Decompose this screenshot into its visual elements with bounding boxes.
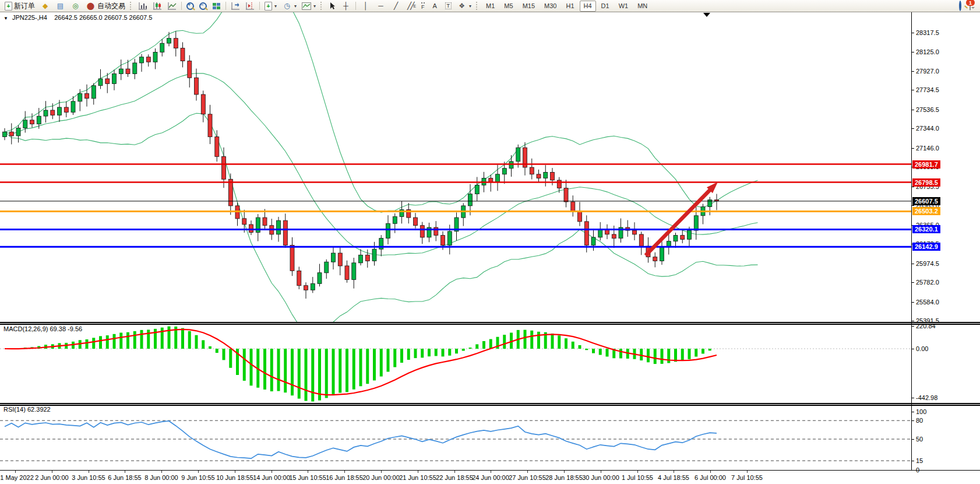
signals-button[interactable]: ◎: [68, 1, 83, 11]
diamond-icon: ◆: [40, 2, 50, 10]
time-label: 9 Jun 10:55: [181, 474, 215, 481]
auto-trading-button[interactable]: ⬤ 自动交易: [83, 1, 128, 11]
candle: [3, 132, 7, 136]
candle: [181, 48, 185, 61]
time-tick: [564, 471, 565, 473]
candle: [372, 249, 376, 261]
candle: [37, 116, 41, 124]
crosshair-button[interactable]: ┼: [339, 1, 353, 11]
timeframe-button-W1[interactable]: W1: [615, 1, 633, 12]
candle: [9, 132, 13, 136]
candle: [365, 255, 369, 261]
candle: [277, 220, 281, 234]
candle: [112, 74, 117, 84]
time-label: 3 Jun 10:55: [72, 474, 105, 481]
add-indicator-button[interactable]: +▾: [262, 1, 279, 11]
data-window-button[interactable]: ▤: [53, 1, 68, 11]
price-badge: 26320.1: [912, 225, 940, 233]
new-order-button[interactable]: + 新订单: [2, 1, 37, 11]
candle: [660, 247, 664, 261]
macd-axis-tick: -442.98: [912, 394, 937, 401]
toolbar-grip: [320, 2, 324, 10]
chat-button[interactable]: 1: [970, 2, 971, 10]
candle: [537, 174, 541, 178]
rsi-axis-tick: 50: [912, 436, 923, 443]
time-tick: [601, 471, 601, 473]
period-selector-button[interactable]: ◷▾: [280, 1, 299, 11]
time-tick: [198, 471, 199, 473]
timeframe-button-H1[interactable]: H1: [562, 1, 578, 12]
chart-shift-button[interactable]: [243, 1, 257, 11]
horizontal-lines[interactable]: [0, 164, 911, 247]
time-label: 8 Jun 00:00: [144, 474, 178, 481]
candle: [325, 262, 329, 273]
toolbar: + 新订单 ◆ ▤ ◎ ⬤ 自动交易: [0, 0, 980, 12]
timeframe-button-D1[interactable]: D1: [597, 1, 614, 12]
tile-windows-button[interactable]: [210, 1, 223, 11]
equidistant-channel-button[interactable]: ╱╱E: [404, 1, 418, 11]
chart-shift-marker[interactable]: [703, 13, 710, 17]
timeframe-button-M1[interactable]: M1: [482, 1, 499, 12]
candle: [51, 110, 55, 115]
time-label: 6 Jun 18:55: [108, 474, 142, 481]
candle: [188, 61, 192, 78]
time-label: 14 Jun 00:00: [253, 474, 290, 481]
chart-symbols-button[interactable]: ◆: [38, 1, 52, 11]
price-axis[interactable]: 28317.528125.027927.027734.527536.527344…: [912, 12, 980, 470]
trendline-button[interactable]: ╱: [389, 1, 403, 11]
zoom-in-button[interactable]: +: [184, 1, 196, 11]
candle: [694, 216, 698, 230]
signals-icon: ◎: [70, 2, 80, 10]
vertical-line-button[interactable]: │: [358, 1, 373, 11]
price-chart[interactable]: [0, 12, 911, 322]
text-button[interactable]: A: [428, 1, 442, 11]
candle: [311, 283, 315, 290]
time-axis[interactable]: 31 May 20222 Jun 00:003 Jun 10:556 Jun 1…: [0, 471, 980, 484]
candle: [133, 63, 137, 74]
arrows-button[interactable]: ❖▾: [454, 1, 474, 11]
mt4-terminal: + 新订单 ◆ ▤ ◎ ⬤ 自动交易: [0, 0, 980, 484]
toolbar-grip: [476, 2, 480, 10]
line-chart-button[interactable]: [165, 1, 179, 11]
rsi-panel[interactable]: [0, 406, 911, 470]
timeframe-button-M5[interactable]: M5: [500, 1, 517, 12]
candle: [332, 253, 336, 262]
toolbar-separator: [225, 2, 226, 10]
text-label-button[interactable]: T: [443, 1, 454, 11]
cursor-button[interactable]: [326, 1, 338, 11]
timeframe-button-M30[interactable]: M30: [540, 1, 560, 12]
search-button[interactable]: [959, 2, 961, 10]
time-tick: [674, 471, 674, 473]
toolbar-separator: [181, 2, 182, 10]
auto-scroll-button[interactable]: [228, 1, 242, 11]
auto-trading-icon: ⬤: [86, 2, 96, 10]
time-label: 27 Jun 10:55: [509, 474, 546, 481]
candle: [516, 148, 520, 162]
fibonacci-button[interactable]: F: [419, 1, 427, 11]
candle: [345, 266, 349, 280]
horizontal-line-button[interactable]: ─: [373, 1, 388, 11]
timeframe-button-MN[interactable]: MN: [633, 1, 651, 12]
candle: [352, 263, 356, 280]
candle: [160, 43, 164, 52]
rsi-axis-tick: 0: [912, 467, 919, 474]
candle: [633, 230, 637, 234]
template-button[interactable]: ▾: [299, 1, 318, 11]
candle: [44, 110, 48, 116]
panel-divider[interactable]: [0, 322, 980, 325]
clock-icon: ◷: [282, 2, 292, 10]
macd-panel[interactable]: [0, 325, 911, 403]
bollinger-lower-band: [5, 113, 758, 322]
trend-arrow[interactable]: [646, 182, 718, 255]
candle: [551, 172, 555, 180]
zoom-out-button[interactable]: −: [197, 1, 209, 11]
timeframe-button-H4[interactable]: H4: [580, 1, 596, 12]
time-label: 16 Jun 18:55: [326, 474, 363, 481]
candle: [30, 120, 34, 124]
zoom-in-icon: +: [186, 2, 194, 10]
chart-list-dropdown-icon[interactable]: ▼: [3, 16, 8, 21]
candlestick-chart-button[interactable]: [150, 1, 164, 11]
timeframe-button-M15[interactable]: M15: [519, 1, 539, 12]
bar-chart-button[interactable]: [136, 1, 150, 11]
panel-divider[interactable]: [0, 403, 980, 406]
